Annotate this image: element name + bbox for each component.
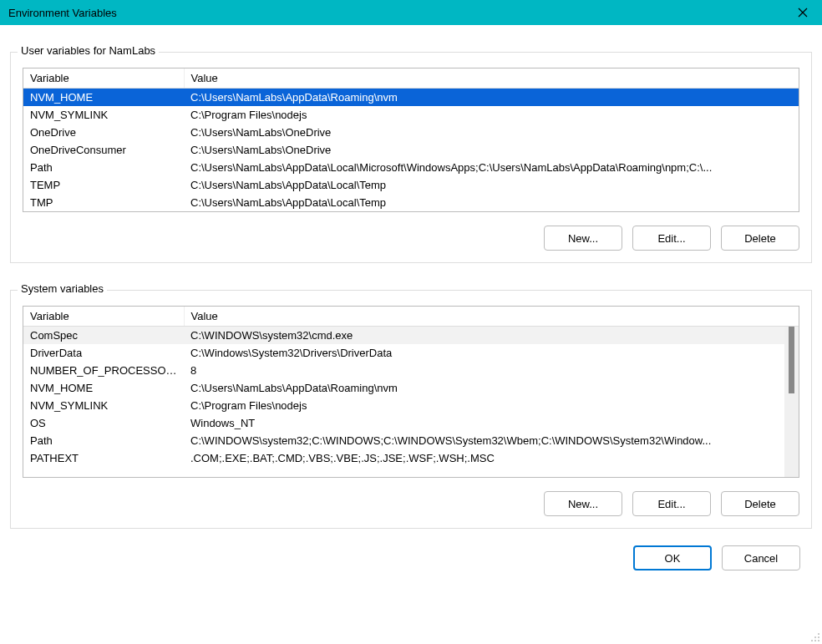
cell-value: C:\Users\NamLabs\OneDrive bbox=[184, 124, 799, 141]
table-row[interactable]: NVM_HOME C:\Users\NamLabs\AppData\Roamin… bbox=[23, 89, 799, 107]
user-variables-label: User variables for NamLabs bbox=[18, 44, 159, 57]
cell-name: Path bbox=[23, 159, 184, 176]
table-row[interactable]: OneDrive C:\Users\NamLabs\OneDrive bbox=[23, 124, 799, 141]
dialog-footer: OK Cancel bbox=[10, 545, 812, 570]
cell-name: ComSpec bbox=[23, 327, 184, 345]
cell-value: C:\Program Files\nodejs bbox=[184, 397, 799, 414]
cell-value: C:\WINDOWS\system32;C:\WINDOWS;C:\WINDOW… bbox=[184, 432, 799, 449]
cancel-button[interactable]: Cancel bbox=[722, 545, 800, 570]
user-delete-button[interactable]: Delete bbox=[721, 226, 799, 251]
cell-value: 8 bbox=[184, 362, 799, 379]
cell-name: NVM_HOME bbox=[23, 89, 184, 107]
window-title: Environment Variables bbox=[8, 7, 117, 19]
resize-grip-icon bbox=[809, 631, 820, 642]
table-row[interactable]: NVM_SYMLINK C:\Program Files\nodejs bbox=[23, 397, 799, 414]
cell-name: OS bbox=[23, 414, 184, 432]
user-new-button[interactable]: New... bbox=[544, 226, 622, 251]
env-vars-dialog: Environment Variables User variables for… bbox=[0, 0, 822, 644]
table-row[interactable]: TEMP C:\Users\NamLabs\AppData\Local\Temp bbox=[23, 176, 799, 194]
cell-name: NUMBER_OF_PROCESSORS bbox=[23, 362, 184, 379]
user-col-header-value[interactable]: Value bbox=[184, 68, 799, 89]
cell-value: C:\Users\NamLabs\OneDrive bbox=[184, 141, 799, 159]
table-row[interactable]: NVM_SYMLINK C:\Program Files\nodejs bbox=[23, 106, 799, 124]
system-buttons: New... Edit... Delete bbox=[23, 491, 799, 516]
resize-grip[interactable] bbox=[809, 631, 820, 642]
cell-name: NVM_SYMLINK bbox=[23, 106, 184, 124]
close-button[interactable] bbox=[784, 0, 822, 25]
cell-name: NVM_HOME bbox=[23, 379, 184, 397]
titlebar: Environment Variables bbox=[0, 0, 822, 25]
cell-name: DriverData bbox=[23, 344, 184, 362]
table-row[interactable]: NUMBER_OF_PROCESSORS 8 bbox=[23, 362, 799, 379]
cell-value: C:\Users\NamLabs\AppData\Local\Temp bbox=[184, 194, 799, 211]
svg-point-2 bbox=[818, 636, 819, 638]
table-row[interactable]: Path C:\Users\NamLabs\AppData\Local\Micr… bbox=[23, 159, 799, 176]
table-row[interactable]: Path C:\WINDOWS\system32;C:\WINDOWS;C:\W… bbox=[23, 432, 799, 449]
cell-name: TMP bbox=[23, 194, 184, 211]
system-delete-button[interactable]: Delete bbox=[721, 491, 799, 516]
dialog-body: User variables for NamLabs Variable Valu… bbox=[0, 25, 822, 644]
cell-name: PATHEXT bbox=[23, 449, 184, 467]
user-variables-group: User variables for NamLabs Variable Valu… bbox=[10, 52, 812, 263]
cell-name: TEMP bbox=[23, 176, 184, 194]
cell-value: C:\WINDOWS\system32\cmd.exe bbox=[184, 327, 799, 345]
table-row[interactable]: OneDriveConsumer C:\Users\NamLabs\OneDri… bbox=[23, 141, 799, 159]
svg-point-4 bbox=[814, 640, 816, 641]
close-icon bbox=[798, 8, 808, 18]
system-scrollbar[interactable] bbox=[784, 327, 799, 477]
cell-value: Windows_NT bbox=[184, 414, 799, 432]
table-row[interactable]: NVM_HOME C:\Users\NamLabs\AppData\Roamin… bbox=[23, 379, 799, 397]
cell-value: .COM;.EXE;.BAT;.CMD;.VBS;.VBE;.JS;.JSE;.… bbox=[184, 449, 799, 467]
sys-col-header-value[interactable]: Value bbox=[184, 307, 799, 327]
system-edit-button[interactable]: Edit... bbox=[632, 491, 711, 516]
ok-button[interactable]: OK bbox=[633, 545, 712, 570]
user-col-header-name[interactable]: Variable bbox=[23, 68, 184, 89]
table-row[interactable]: ComSpec C:\WINDOWS\system32\cmd.exe bbox=[23, 327, 799, 345]
cell-value: C:\Users\NamLabs\AppData\Roaming\nvm bbox=[184, 89, 799, 107]
cell-value: C:\Windows\System32\Drivers\DriverData bbox=[184, 344, 799, 362]
cell-name: OneDrive bbox=[23, 124, 184, 141]
cell-value: C:\Users\NamLabs\AppData\Local\Temp bbox=[184, 176, 799, 194]
cell-name: OneDriveConsumer bbox=[23, 141, 184, 159]
system-variables-table[interactable]: Variable Value ComSpec C:\WINDOWS\system… bbox=[23, 306, 799, 478]
system-new-button[interactable]: New... bbox=[544, 491, 622, 516]
svg-point-3 bbox=[811, 640, 813, 641]
sys-col-header-name[interactable]: Variable bbox=[23, 307, 184, 327]
svg-point-5 bbox=[818, 640, 819, 641]
svg-point-1 bbox=[814, 636, 816, 638]
cell-value: C:\Program Files\nodejs bbox=[184, 106, 799, 124]
user-edit-button[interactable]: Edit... bbox=[632, 226, 711, 251]
cell-value: C:\Users\NamLabs\AppData\Roaming\nvm bbox=[184, 379, 799, 397]
table-row[interactable]: OS Windows_NT bbox=[23, 414, 799, 432]
table-row[interactable]: PATHEXT .COM;.EXE;.BAT;.CMD;.VBS;.VBE;.J… bbox=[23, 449, 799, 467]
system-variables-label: System variables bbox=[18, 282, 107, 295]
svg-point-0 bbox=[818, 633, 819, 635]
system-variables-group: System variables Variable Value ComSpec bbox=[10, 290, 812, 529]
scrollbar-thumb[interactable] bbox=[789, 327, 794, 393]
table-row[interactable]: DriverData C:\Windows\System32\Drivers\D… bbox=[23, 344, 799, 362]
cell-name: Path bbox=[23, 432, 184, 449]
user-buttons: New... Edit... Delete bbox=[23, 226, 799, 251]
table-row[interactable]: TMP C:\Users\NamLabs\AppData\Local\Temp bbox=[23, 194, 799, 211]
user-variables-table[interactable]: Variable Value NVM_HOME C:\Users\NamLabs… bbox=[23, 68, 799, 212]
cell-value: C:\Users\NamLabs\AppData\Local\Microsoft… bbox=[184, 159, 799, 176]
cell-name: NVM_SYMLINK bbox=[23, 397, 184, 414]
